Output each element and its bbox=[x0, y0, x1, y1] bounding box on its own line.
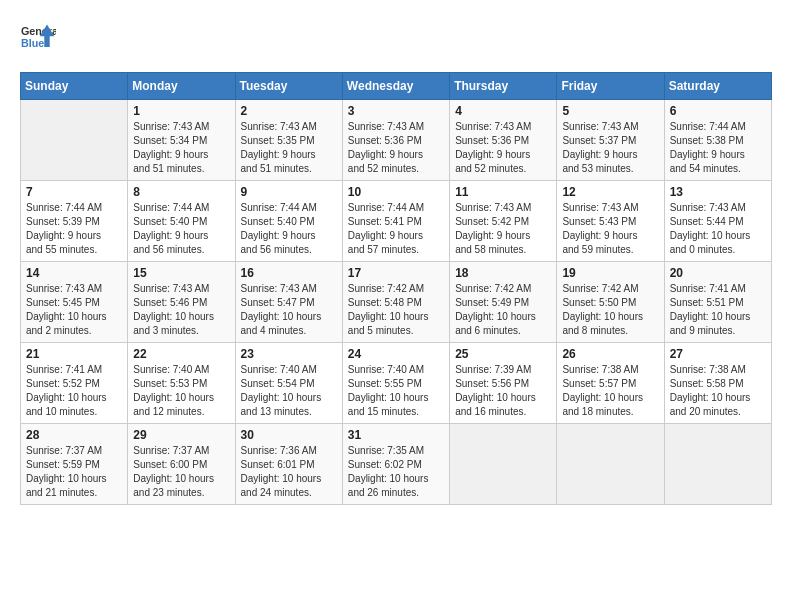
calendar-cell: 22Sunrise: 7:40 AM Sunset: 5:53 PM Dayli… bbox=[128, 343, 235, 424]
logo: GeneralBlue bbox=[20, 20, 56, 56]
day-number: 6 bbox=[670, 104, 766, 118]
day-info: Sunrise: 7:43 AM Sunset: 5:36 PM Dayligh… bbox=[455, 120, 551, 176]
day-info: Sunrise: 7:44 AM Sunset: 5:40 PM Dayligh… bbox=[133, 201, 229, 257]
day-info: Sunrise: 7:40 AM Sunset: 5:54 PM Dayligh… bbox=[241, 363, 337, 419]
calendar-cell: 11Sunrise: 7:43 AM Sunset: 5:42 PM Dayli… bbox=[450, 181, 557, 262]
svg-text:Blue: Blue bbox=[21, 37, 44, 49]
calendar-cell: 13Sunrise: 7:43 AM Sunset: 5:44 PM Dayli… bbox=[664, 181, 771, 262]
day-number: 7 bbox=[26, 185, 122, 199]
calendar-cell: 6Sunrise: 7:44 AM Sunset: 5:38 PM Daylig… bbox=[664, 100, 771, 181]
day-number: 11 bbox=[455, 185, 551, 199]
calendar-cell bbox=[664, 424, 771, 505]
calendar-header-row: SundayMondayTuesdayWednesdayThursdayFrid… bbox=[21, 73, 772, 100]
calendar-cell: 19Sunrise: 7:42 AM Sunset: 5:50 PM Dayli… bbox=[557, 262, 664, 343]
day-number: 20 bbox=[670, 266, 766, 280]
day-number: 19 bbox=[562, 266, 658, 280]
calendar-cell: 17Sunrise: 7:42 AM Sunset: 5:48 PM Dayli… bbox=[342, 262, 449, 343]
calendar-cell: 21Sunrise: 7:41 AM Sunset: 5:52 PM Dayli… bbox=[21, 343, 128, 424]
calendar-cell: 18Sunrise: 7:42 AM Sunset: 5:49 PM Dayli… bbox=[450, 262, 557, 343]
day-number: 22 bbox=[133, 347, 229, 361]
day-info: Sunrise: 7:43 AM Sunset: 5:34 PM Dayligh… bbox=[133, 120, 229, 176]
calendar-table: SundayMondayTuesdayWednesdayThursdayFrid… bbox=[20, 72, 772, 505]
day-number: 25 bbox=[455, 347, 551, 361]
day-number: 31 bbox=[348, 428, 444, 442]
calendar-cell: 8Sunrise: 7:44 AM Sunset: 5:40 PM Daylig… bbox=[128, 181, 235, 262]
calendar-cell: 1Sunrise: 7:43 AM Sunset: 5:34 PM Daylig… bbox=[128, 100, 235, 181]
calendar-cell: 16Sunrise: 7:43 AM Sunset: 5:47 PM Dayli… bbox=[235, 262, 342, 343]
calendar-cell: 12Sunrise: 7:43 AM Sunset: 5:43 PM Dayli… bbox=[557, 181, 664, 262]
day-info: Sunrise: 7:43 AM Sunset: 5:42 PM Dayligh… bbox=[455, 201, 551, 257]
day-info: Sunrise: 7:43 AM Sunset: 5:45 PM Dayligh… bbox=[26, 282, 122, 338]
day-number: 13 bbox=[670, 185, 766, 199]
day-info: Sunrise: 7:42 AM Sunset: 5:50 PM Dayligh… bbox=[562, 282, 658, 338]
day-info: Sunrise: 7:41 AM Sunset: 5:51 PM Dayligh… bbox=[670, 282, 766, 338]
day-number: 5 bbox=[562, 104, 658, 118]
logo-icon: GeneralBlue bbox=[20, 20, 56, 56]
day-info: Sunrise: 7:35 AM Sunset: 6:02 PM Dayligh… bbox=[348, 444, 444, 500]
day-info: Sunrise: 7:43 AM Sunset: 5:36 PM Dayligh… bbox=[348, 120, 444, 176]
calendar-cell: 4Sunrise: 7:43 AM Sunset: 5:36 PM Daylig… bbox=[450, 100, 557, 181]
day-number: 1 bbox=[133, 104, 229, 118]
calendar-week-row: 28Sunrise: 7:37 AM Sunset: 5:59 PM Dayli… bbox=[21, 424, 772, 505]
calendar-week-row: 7Sunrise: 7:44 AM Sunset: 5:39 PM Daylig… bbox=[21, 181, 772, 262]
day-number: 17 bbox=[348, 266, 444, 280]
day-info: Sunrise: 7:43 AM Sunset: 5:47 PM Dayligh… bbox=[241, 282, 337, 338]
day-info: Sunrise: 7:43 AM Sunset: 5:46 PM Dayligh… bbox=[133, 282, 229, 338]
header-cell-monday: Monday bbox=[128, 73, 235, 100]
calendar-cell: 10Sunrise: 7:44 AM Sunset: 5:41 PM Dayli… bbox=[342, 181, 449, 262]
day-info: Sunrise: 7:38 AM Sunset: 5:58 PM Dayligh… bbox=[670, 363, 766, 419]
day-number: 10 bbox=[348, 185, 444, 199]
calendar-cell: 9Sunrise: 7:44 AM Sunset: 5:40 PM Daylig… bbox=[235, 181, 342, 262]
calendar-cell: 2Sunrise: 7:43 AM Sunset: 5:35 PM Daylig… bbox=[235, 100, 342, 181]
day-number: 18 bbox=[455, 266, 551, 280]
day-info: Sunrise: 7:38 AM Sunset: 5:57 PM Dayligh… bbox=[562, 363, 658, 419]
day-info: Sunrise: 7:43 AM Sunset: 5:43 PM Dayligh… bbox=[562, 201, 658, 257]
day-number: 2 bbox=[241, 104, 337, 118]
day-number: 16 bbox=[241, 266, 337, 280]
day-number: 9 bbox=[241, 185, 337, 199]
day-info: Sunrise: 7:43 AM Sunset: 5:35 PM Dayligh… bbox=[241, 120, 337, 176]
calendar-cell bbox=[557, 424, 664, 505]
calendar-cell: 15Sunrise: 7:43 AM Sunset: 5:46 PM Dayli… bbox=[128, 262, 235, 343]
day-number: 24 bbox=[348, 347, 444, 361]
day-info: Sunrise: 7:40 AM Sunset: 5:53 PM Dayligh… bbox=[133, 363, 229, 419]
day-info: Sunrise: 7:44 AM Sunset: 5:38 PM Dayligh… bbox=[670, 120, 766, 176]
calendar-cell: 26Sunrise: 7:38 AM Sunset: 5:57 PM Dayli… bbox=[557, 343, 664, 424]
day-info: Sunrise: 7:44 AM Sunset: 5:39 PM Dayligh… bbox=[26, 201, 122, 257]
calendar-cell: 20Sunrise: 7:41 AM Sunset: 5:51 PM Dayli… bbox=[664, 262, 771, 343]
day-number: 21 bbox=[26, 347, 122, 361]
calendar-cell bbox=[21, 100, 128, 181]
calendar-cell: 3Sunrise: 7:43 AM Sunset: 5:36 PM Daylig… bbox=[342, 100, 449, 181]
header-cell-wednesday: Wednesday bbox=[342, 73, 449, 100]
calendar-cell: 23Sunrise: 7:40 AM Sunset: 5:54 PM Dayli… bbox=[235, 343, 342, 424]
calendar-cell: 7Sunrise: 7:44 AM Sunset: 5:39 PM Daylig… bbox=[21, 181, 128, 262]
day-info: Sunrise: 7:37 AM Sunset: 5:59 PM Dayligh… bbox=[26, 444, 122, 500]
calendar-week-row: 14Sunrise: 7:43 AM Sunset: 5:45 PM Dayli… bbox=[21, 262, 772, 343]
calendar-cell: 25Sunrise: 7:39 AM Sunset: 5:56 PM Dayli… bbox=[450, 343, 557, 424]
calendar-week-row: 1Sunrise: 7:43 AM Sunset: 5:34 PM Daylig… bbox=[21, 100, 772, 181]
header-cell-thursday: Thursday bbox=[450, 73, 557, 100]
day-number: 15 bbox=[133, 266, 229, 280]
day-info: Sunrise: 7:36 AM Sunset: 6:01 PM Dayligh… bbox=[241, 444, 337, 500]
day-info: Sunrise: 7:41 AM Sunset: 5:52 PM Dayligh… bbox=[26, 363, 122, 419]
day-info: Sunrise: 7:44 AM Sunset: 5:40 PM Dayligh… bbox=[241, 201, 337, 257]
day-number: 27 bbox=[670, 347, 766, 361]
calendar-cell bbox=[450, 424, 557, 505]
day-number: 3 bbox=[348, 104, 444, 118]
calendar-cell: 29Sunrise: 7:37 AM Sunset: 6:00 PM Dayli… bbox=[128, 424, 235, 505]
header-cell-saturday: Saturday bbox=[664, 73, 771, 100]
calendar-week-row: 21Sunrise: 7:41 AM Sunset: 5:52 PM Dayli… bbox=[21, 343, 772, 424]
day-info: Sunrise: 7:44 AM Sunset: 5:41 PM Dayligh… bbox=[348, 201, 444, 257]
day-number: 8 bbox=[133, 185, 229, 199]
calendar-cell: 31Sunrise: 7:35 AM Sunset: 6:02 PM Dayli… bbox=[342, 424, 449, 505]
day-number: 12 bbox=[562, 185, 658, 199]
day-number: 4 bbox=[455, 104, 551, 118]
calendar-cell: 30Sunrise: 7:36 AM Sunset: 6:01 PM Dayli… bbox=[235, 424, 342, 505]
day-info: Sunrise: 7:43 AM Sunset: 5:37 PM Dayligh… bbox=[562, 120, 658, 176]
day-number: 14 bbox=[26, 266, 122, 280]
day-info: Sunrise: 7:43 AM Sunset: 5:44 PM Dayligh… bbox=[670, 201, 766, 257]
day-number: 23 bbox=[241, 347, 337, 361]
day-info: Sunrise: 7:42 AM Sunset: 5:48 PM Dayligh… bbox=[348, 282, 444, 338]
header-cell-friday: Friday bbox=[557, 73, 664, 100]
page-header: GeneralBlue bbox=[20, 20, 772, 56]
